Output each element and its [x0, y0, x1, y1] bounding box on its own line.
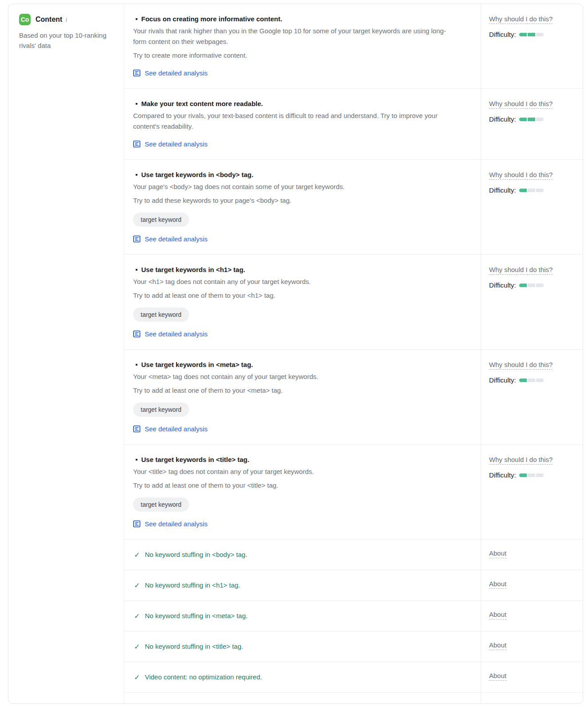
why-should-i-do-this-link[interactable]: Why should I do this? — [489, 456, 552, 465]
target-keyword-tag: target keyword — [133, 402, 189, 417]
see-detailed-analysis-label: See detailed analysis — [145, 235, 208, 243]
see-detailed-analysis-label: See detailed analysis — [145, 425, 208, 433]
check-text: No keyword stuffing in <meta> tag. — [145, 611, 248, 621]
why-should-i-do-this-link[interactable]: Why should I do this? — [489, 171, 552, 180]
idea-title: •Use target keywords in <title> tag. — [133, 456, 470, 463]
detailed-analysis-icon — [133, 520, 141, 528]
see-detailed-analysis-link[interactable]: See detailed analysis — [133, 235, 208, 243]
idea-title: •Use target keywords in <body> tag. — [133, 171, 470, 178]
why-should-i-do-this-link[interactable]: Why should I do this? — [489, 361, 552, 370]
check-icon: ✓ — [134, 551, 140, 559]
target-keyword-tag: target keyword — [133, 213, 189, 227]
difficulty-bar — [519, 118, 544, 121]
target-keyword-tag: target keyword — [133, 497, 189, 512]
bullet-icon: • — [135, 361, 138, 368]
difficulty-row: Difficulty: — [489, 376, 576, 384]
idea-description: Your <title> tag does not contain any of… — [133, 466, 453, 477]
content-category-sidebar: Co Content i Based on your top 10-rankin… — [8, 4, 124, 703]
ideas-list: •Focus on creating more informative cont… — [124, 4, 583, 703]
check-row-no-stuffing-meta: ✓ No keyword stuffing in <meta> tag. Abo… — [124, 600, 583, 631]
info-icon[interactable]: i — [65, 16, 67, 24]
difficulty-bar — [519, 379, 544, 382]
difficulty-bar — [519, 33, 544, 36]
idea-description: Try to add at least one of them to your … — [133, 290, 453, 301]
see-detailed-analysis-label: See detailed analysis — [145, 330, 208, 338]
see-detailed-analysis-link[interactable]: See detailed analysis — [133, 69, 208, 77]
check-row-video-content: ✓ Video content: no optimization require… — [124, 662, 583, 692]
see-detailed-analysis-link[interactable]: See detailed analysis — [133, 330, 208, 338]
idea-row-keywords-meta: •Use target keywords in <meta> tag. Your… — [124, 349, 583, 444]
idea-title: •Make your text content more readable. — [133, 100, 470, 107]
detailed-analysis-icon — [133, 69, 141, 77]
see-detailed-analysis-link[interactable]: See detailed analysis — [133, 520, 208, 528]
difficulty-label: Difficulty: — [489, 471, 516, 479]
idea-row-keywords-h1: •Use target keywords in <h1> tag. Your <… — [124, 254, 583, 349]
check-row-meta-description-match: ✓ Your meta description matches the desc… — [124, 692, 583, 704]
detailed-analysis-icon — [133, 425, 141, 433]
about-link[interactable]: About — [489, 580, 506, 589]
idea-row-keywords-title: •Use target keywords in <title> tag. You… — [124, 444, 583, 539]
difficulty-label: Difficulty: — [489, 186, 516, 194]
difficulty-label: Difficulty: — [489, 31, 516, 38]
idea-description: Try to create more informative content. — [133, 50, 453, 61]
detailed-analysis-icon — [133, 330, 141, 338]
check-icon: ✓ — [134, 643, 140, 651]
difficulty-row: Difficulty: — [489, 471, 576, 479]
category-subtitle: Based on your top 10-ranking rivals' dat… — [19, 30, 110, 51]
why-should-i-do-this-link[interactable]: Why should I do this? — [489, 100, 552, 109]
detailed-analysis-icon — [133, 140, 141, 148]
bullet-icon: • — [135, 15, 138, 23]
check-icon: ✓ — [134, 673, 140, 682]
see-detailed-analysis-label: See detailed analysis — [145, 140, 208, 148]
detailed-analysis-icon — [133, 235, 141, 243]
idea-description: Try to add at least one of them to your … — [133, 480, 453, 491]
idea-title: •Focus on creating more informative cont… — [133, 15, 470, 23]
check-icon: ✓ — [134, 581, 140, 590]
about-link[interactable]: About — [489, 549, 506, 558]
why-should-i-do-this-link[interactable]: Why should I do this? — [489, 266, 552, 275]
idea-row-keywords-body: •Use target keywords in <body> tag. Your… — [124, 159, 583, 254]
about-link[interactable]: About — [489, 611, 506, 619]
idea-description: Your rivals that rank higher than you in… — [133, 26, 453, 47]
difficulty-label: Difficulty: — [489, 281, 516, 289]
difficulty-row: Difficulty: — [489, 31, 576, 38]
check-icon: ✓ — [134, 612, 140, 620]
idea-description: Try to add at least one of them to your … — [133, 385, 453, 396]
idea-title: •Use target keywords in <meta> tag. — [133, 361, 470, 368]
idea-row-informative-content: •Focus on creating more informative cont… — [124, 4, 583, 88]
check-text: No keyword stuffing in <h1> tag. — [145, 580, 240, 590]
see-detailed-analysis-label: See detailed analysis — [145, 69, 208, 77]
idea-description: Your <meta> tag does not contain any of … — [133, 371, 453, 382]
see-detailed-analysis-link[interactable]: See detailed analysis — [133, 425, 208, 433]
bullet-icon: • — [135, 266, 138, 273]
check-row-no-stuffing-h1: ✓ No keyword stuffing in <h1> tag. About — [124, 570, 583, 600]
difficulty-row: Difficulty: — [489, 115, 576, 123]
about-link[interactable]: About — [489, 641, 506, 650]
idea-description: Your <h1> tag does not contain any of yo… — [133, 276, 453, 287]
idea-description: Your page's <body> tag does not contain … — [133, 181, 453, 192]
category-title: Content — [36, 16, 62, 24]
content-category-badge: Co — [19, 14, 31, 25]
idea-row-readability: •Make your text content more readable. C… — [124, 88, 583, 159]
check-text: Video content: no optimization required. — [145, 672, 262, 682]
check-icon: ✓ — [134, 704, 140, 704]
difficulty-row: Difficulty: — [489, 186, 576, 194]
idea-description: Try to add these keywords to your page's… — [133, 195, 453, 206]
idea-description: Compared to your rivals, your text-based… — [133, 110, 453, 132]
why-should-i-do-this-link[interactable]: Why should I do this? — [489, 15, 552, 24]
check-row-no-stuffing-body: ✓ No keyword stuffing in <body> tag. Abo… — [124, 539, 583, 570]
difficulty-bar — [519, 189, 544, 192]
about-link[interactable]: About — [489, 702, 506, 704]
idea-title: •Use target keywords in <h1> tag. — [133, 266, 470, 273]
difficulty-label: Difficulty: — [489, 115, 516, 123]
check-row-no-stuffing-title: ✓ No keyword stuffing in <title> tag. Ab… — [124, 631, 583, 662]
see-detailed-analysis-link[interactable]: See detailed analysis — [133, 140, 208, 148]
bullet-icon: • — [135, 100, 138, 107]
check-text: Your meta description matches the descri… — [145, 703, 363, 704]
target-keyword-tag: target keyword — [133, 308, 189, 322]
difficulty-row: Difficulty: — [489, 281, 576, 289]
bullet-icon: • — [135, 456, 138, 463]
check-text: No keyword stuffing in <title> tag. — [145, 642, 243, 651]
content-ideas-card: Co Content i Based on your top 10-rankin… — [8, 4, 583, 704]
about-link[interactable]: About — [489, 672, 506, 681]
